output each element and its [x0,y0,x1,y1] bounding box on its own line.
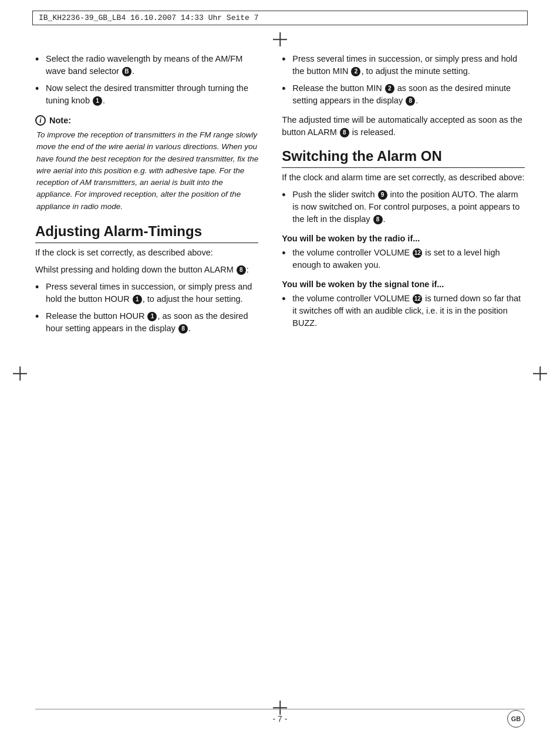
crosshair-right-center [533,366,547,381]
bullet-icon: • [35,83,40,94]
list-item: • Release the button MIN 2 as soon as th… [282,82,525,107]
bullet-icon: • [282,83,286,94]
right-column: • Press several times in succession, or … [270,53,525,688]
list-item: • the volume controller VOLUME 12 is tur… [282,292,525,329]
circle-num-12b: 12 [413,294,422,304]
alarm-on-bullets: • Push the slider switch 9 into the posi… [282,189,525,226]
page: IB_KH2236-39_GB_LB4 16.10.2007 14:33 Uhr… [0,0,560,747]
list-item-text: the volume controller VOLUME 12 is turne… [292,292,525,329]
list-item-text: the volume controller VOLUME 12 is set t… [292,247,525,271]
badge-gb-label: GB [507,710,525,728]
circle-num-8d: 8 [340,128,349,137]
list-item: • Now select the desired transmitter thr… [35,82,258,107]
header-text: IB_KH2236-39_GB_LB4 16.10.2007 14:33 Uhr… [39,14,258,22]
accepted-text: The adjusted time will be automatically … [282,114,525,139]
list-item-text: Now select the desired transmitter throu… [46,82,258,107]
bullet-icon: • [35,282,40,292]
bullet-icon: • [282,190,286,200]
section-heading-alarm-timings: Adjusting Alarm-Timings [35,223,258,243]
note-label: Note: [49,116,71,125]
note-body: To improve the reception of transmitters… [35,129,258,213]
circle-num-8a: 8 [237,265,246,275]
alarm-on-intro: If the clock and alarm time are set corr… [282,171,525,184]
top-bullets-right: • Press several times in succession, or … [282,53,525,107]
circle-num-8c: 8 [406,96,415,106]
left-column: • Select the radio wavelength by means o… [35,53,270,688]
list-item: • Push the slider switch 9 into the posi… [282,189,525,226]
circle-num-12a: 12 [413,248,422,258]
list-item-text: Press several times in succession, or si… [46,281,258,305]
circle-num-1c: 1 [147,312,157,321]
footer-page-number: - 7 - [35,714,525,724]
circle-num-8b: 8 [178,324,188,334]
footer: - 7 - GB [35,709,525,724]
list-item-text: Release the button MIN 2 as soon as the … [292,82,525,107]
list-item: • Select the radio wavelength by means o… [35,53,258,78]
list-item: • Press several times in succession, or … [282,53,525,78]
list-item-text: Push the slider switch 9 into the positi… [292,189,525,226]
note-icon: i [35,115,46,126]
list-item: • the volume controller VOLUME 12 is set… [282,247,525,271]
note-title: i Note: [35,115,258,126]
bullet-icon: • [35,311,40,322]
circle-num-9: 9 [378,190,387,200]
circle-num-B: B [122,67,131,76]
crosshair-top-center [273,32,287,46]
bullet-icon: • [282,294,286,304]
footer-badge: GB [507,710,525,728]
circle-num-8e: 8 [373,215,383,224]
top-bullets-left: • Select the radio wavelength by means o… [35,53,258,107]
circle-num-2a: 2 [351,67,360,76]
crosshair-left-center [13,366,27,381]
subheading-signal: You will be woken by the signal tone if.… [282,280,525,289]
list-item: • Release the button HOUR 1, as soon as … [35,310,258,335]
main-content: • Select the radio wavelength by means o… [35,53,525,688]
circle-num-1: 1 [93,96,102,106]
bullet-icon: • [35,54,40,65]
radio-bullets: • the volume controller VOLUME 12 is set… [282,247,525,271]
list-item-text: Release the button HOUR 1, as soon as th… [46,310,258,335]
section-heading-alarm-on: Switching the Alarm ON [282,148,525,168]
bullet-icon: • [282,54,286,65]
circle-num-2b: 2 [385,84,394,93]
list-item-text: Select the radio wavelength by means of … [46,53,258,78]
subheading-radio: You will be woken by the radio if... [282,234,525,243]
alarm-timings-intro2: Whilst pressing and holding down the but… [35,264,258,276]
list-item: • Press several times in succession, or … [35,281,258,305]
alarm-timings-bullets: • Press several times in succession, or … [35,281,258,335]
list-item-text: Press several times in succession, or si… [292,53,525,78]
circle-num-1b: 1 [133,295,142,304]
signal-bullets: • the volume controller VOLUME 12 is tur… [282,292,525,329]
note-box: i Note: To improve the reception of tran… [35,115,258,213]
bullet-icon: • [282,248,286,258]
header-bar: IB_KH2236-39_GB_LB4 16.10.2007 14:33 Uhr… [32,11,528,25]
alarm-timings-intro1: If the clock is set correctly, as descri… [35,247,258,259]
